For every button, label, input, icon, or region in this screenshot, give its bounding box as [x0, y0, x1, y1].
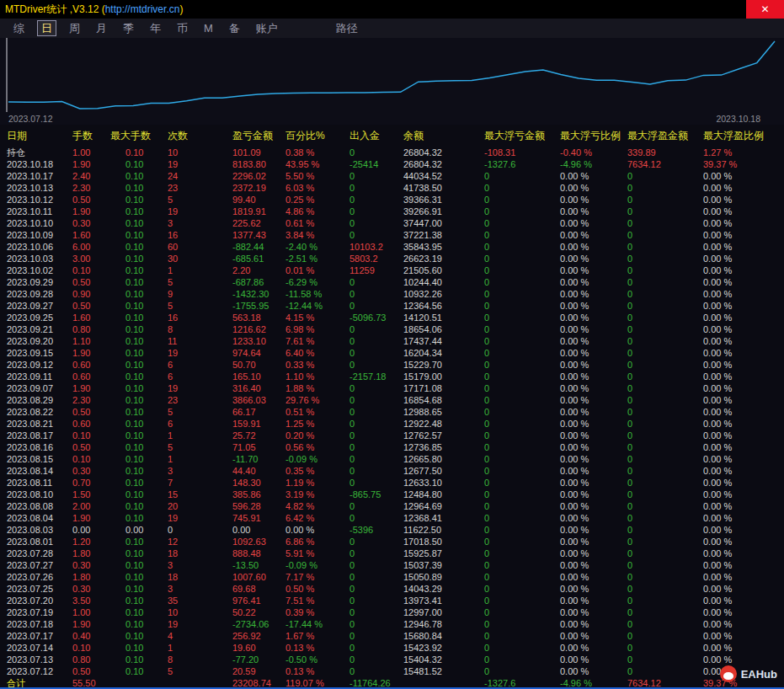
table-row[interactable]: 2023.10.120.500.10599.400.25 %039366.310…: [7, 194, 784, 206]
table-row[interactable]: 2023.10.111.900.10191819.914.86 %039266.…: [7, 206, 784, 217]
cell-balance: 12665.80: [403, 454, 484, 464]
table-row[interactable]: 2023.07.270.300.103-13.50-0.09 %015037.3…: [7, 559, 784, 571]
cell-max-float-profit-pct: 0.00 %: [703, 324, 777, 334]
table-row[interactable]: 2023.08.011.200.10121092.636.86 %017018.…: [7, 536, 784, 547]
cell-count: 19: [168, 619, 232, 629]
table-row[interactable]: 2023.09.071.900.1019316.401.88 %017171.0…: [7, 382, 784, 394]
table-row[interactable]: 2023.10.100.300.103225.620.61 %037447.00…: [7, 217, 784, 229]
cell-max-float-profit: 0: [627, 548, 703, 558]
cell-max-float-loss-pct: 0.00 %: [560, 525, 627, 535]
table-row[interactable]: 2023.08.170.100.10125.720.20 %012762.570…: [7, 430, 784, 441]
table-row[interactable]: 2023.10.066.000.1060-882.44-2.40 %10103.…: [7, 241, 784, 253]
table-row[interactable]: 2023.07.191.000.101050.220.39 %012997.00…: [7, 606, 784, 618]
cell-pnl: 0.00: [232, 525, 285, 535]
table-row[interactable]: 2023.09.120.600.10650.700.33 %015229.700…: [7, 359, 784, 371]
table-row[interactable]: 2023.07.250.300.10369.680.50 %014043.290…: [7, 583, 784, 595]
table-row[interactable]: 2023.08.220.500.10566.170.51 %012988.650…: [7, 406, 784, 418]
cell-max-lots: 0.10: [110, 560, 168, 570]
cell-lots: 1.90: [72, 206, 110, 216]
cell-max-float-profit: 0: [627, 183, 703, 193]
table-row[interactable]: 2023.07.261.800.10181007.607.17 %015050.…: [7, 571, 784, 583]
cell-max-float-loss: 0: [484, 619, 560, 629]
table-row[interactable]: 2023.09.210.800.1081216.626.98 %018654.0…: [7, 323, 784, 335]
table-row[interactable]: 2023.09.151.900.1019974.646.40 %016204.3…: [7, 347, 784, 359]
table-row[interactable]: 2023.09.270.500.105-1755.95-12.44 %01236…: [7, 300, 784, 312]
table-row[interactable]: 2023.10.181.900.10198183.8043.95 %-25414…: [7, 158, 784, 170]
cell-max-float-profit-pct: 0.00 %: [703, 371, 777, 382]
menu-item-zhou[interactable]: 周: [66, 21, 83, 35]
cell-date: 2023.08.03: [7, 525, 72, 535]
cell-max-float-loss: 0: [484, 478, 560, 488]
table-row[interactable]: 2023.07.170.400.104256.921.67 %015680.84…: [7, 630, 784, 642]
cell-date: 2023.10.02: [7, 265, 72, 275]
cell-max-float-loss-pct: 0.00 %: [560, 537, 627, 547]
table-row[interactable]: 2023.08.082.000.1020596.284.82 %012964.6…: [7, 500, 784, 512]
table-row[interactable]: 2023.07.120.500.10520.590.13 %015481.520…: [7, 665, 784, 677]
menu-item-yue[interactable]: 月: [93, 21, 110, 35]
table-row[interactable]: 2023.07.140.100.10119.600.13 %015423.920…: [7, 642, 784, 654]
table-row[interactable]: 2023.10.033.000.1030-685.61-2.51 %5803.2…: [7, 253, 784, 264]
cell-max-float-loss: 0: [484, 183, 560, 193]
cell-pct: 1.67 %: [285, 631, 349, 641]
menu-item-zhanghu[interactable]: 账户: [253, 21, 281, 35]
cell-deposit: 0: [349, 607, 403, 617]
table-row[interactable]: 2023.07.281.800.1018888.485.91 %015925.8…: [7, 547, 784, 559]
table-row[interactable]: 2023.08.210.600.106159.911.25 %012922.48…: [7, 418, 784, 430]
close-button[interactable]: ✕: [746, 0, 784, 19]
table-row[interactable]: 2023.08.140.300.10344.400.35 %012677.500…: [7, 465, 784, 477]
cell-count: 20: [168, 501, 232, 511]
table-row[interactable]: 2023.10.091.600.10161377.433.84 %037221.…: [7, 229, 784, 241]
cell-deposit: 0: [349, 336, 403, 346]
cell-deposit: -5396: [349, 525, 403, 535]
cell-pnl: 8183.80: [232, 159, 285, 169]
cell-date: 2023.08.01: [7, 537, 72, 547]
menu-item-bei[interactable]: 备: [226, 21, 243, 35]
cell-max-float-loss: 0: [484, 631, 560, 641]
cell-max-lots: 0.10: [110, 159, 168, 169]
cell-max-float-loss: 0: [484, 324, 560, 334]
cell-count: 3: [168, 584, 232, 594]
menu-item-zong[interactable]: 综: [10, 21, 28, 35]
table-row[interactable]: 2023.07.203.500.1035976.417.51 %013973.4…: [7, 595, 784, 606]
table-row[interactable]: 2023.10.020.100.1012.200.01 %1125921505.…: [7, 264, 784, 276]
cell-max-float-profit-pct: 0.00 %: [703, 619, 777, 629]
cell-max-float-loss-pct: 0.00 %: [560, 277, 627, 287]
table-row[interactable]: 2023.09.280.900.109-1432.30-11.58 %01093…: [7, 288, 784, 300]
menu-item-m[interactable]: M: [200, 21, 216, 35]
menu-item-ri[interactable]: 日: [37, 20, 56, 36]
menu-item-bi[interactable]: 币: [173, 21, 191, 35]
cell-date: 2023.09.11: [7, 371, 72, 382]
cell-max-float-loss-pct: 0.00 %: [560, 242, 627, 252]
table-row[interactable]: 2023.08.101.500.1015385.863.19 %-865.751…: [7, 489, 784, 500]
chart-axis-labels: 2023.07.12 2023.10.18: [0, 112, 784, 125]
table-row[interactable]: 持仓1.000.1010101.090.38 %026804.32-108.31…: [7, 147, 784, 158]
table-row[interactable]: 2023.08.150.100.101-11.70-0.09 %012665.8…: [7, 453, 784, 465]
table-row[interactable]: 2023.09.110.600.106165.101.10 %-2157.181…: [7, 371, 784, 382]
table-row[interactable]: 2023.09.290.500.105-687.86-6.29 %010244.…: [7, 276, 784, 288]
table-row[interactable]: 2023.10.132.300.10232372.196.03 %041738.…: [7, 182, 784, 194]
total-row[interactable]: 合计55.5023208.74119.07 %-11764.26-1327.6-…: [7, 677, 784, 689]
menu-item-ji[interactable]: 季: [120, 21, 137, 35]
menu-item-nian[interactable]: 年: [147, 21, 164, 35]
table-row[interactable]: 2023.08.030.000.0000.000.00 %-539611622.…: [7, 524, 784, 536]
table-row[interactable]: 2023.10.172.400.10242296.025.50 %044034.…: [7, 170, 784, 182]
table-row[interactable]: 2023.07.130.800.108-77.20-0.50 %015404.3…: [7, 654, 784, 665]
cell-balance: 14120.51: [403, 312, 484, 323]
table-row[interactable]: 2023.07.181.900.1019-2734.06-17.44 %0129…: [7, 618, 784, 630]
table-row[interactable]: 2023.09.201.100.10111233.107.61 %017437.…: [7, 335, 784, 347]
table-row[interactable]: 2023.08.041.900.1019745.916.42 %012368.4…: [7, 512, 784, 524]
cell-balance: 16204.34: [403, 348, 484, 358]
cell-count: 5: [168, 407, 232, 417]
chart-start-date: 2023.07.12: [8, 114, 53, 124]
table-row[interactable]: 2023.08.160.500.10571.050.56 %012736.850…: [7, 441, 784, 453]
eahub-badge[interactable]: EAHub: [720, 665, 777, 682]
table-row[interactable]: 2023.09.251.600.1016563.184.15 %-5096.73…: [7, 312, 784, 323]
menu-item-lujing[interactable]: 路径: [333, 21, 361, 35]
cell-pnl: 23208.74: [232, 678, 285, 688]
table-row[interactable]: 2023.08.292.300.10233866.0329.76 %016854…: [7, 394, 784, 406]
cell-max-float-loss: -1327.6: [484, 159, 560, 169]
cell-max-float-profit: 0: [627, 513, 703, 523]
cell-max-float-profit: 0: [627, 442, 703, 452]
cell-max-lots: 0.10: [110, 442, 168, 452]
table-row[interactable]: 2023.08.110.700.107148.301.19 %012633.10…: [7, 477, 784, 489]
